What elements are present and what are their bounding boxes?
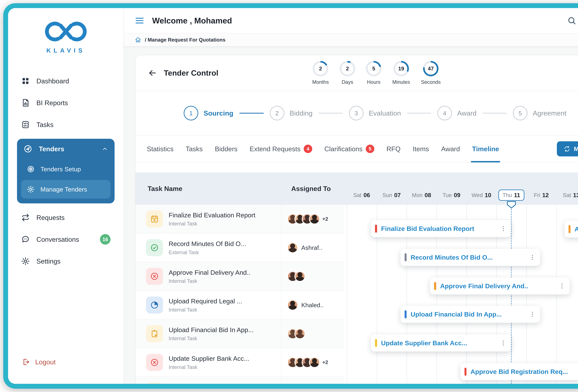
step-sourcing[interactable]: 1 Sourcing	[184, 106, 233, 120]
manage-button[interactable]: Manage	[557, 141, 578, 157]
step-bidding[interactable]: 2 Bidding	[270, 106, 313, 120]
step-evaluation[interactable]: 3 Evaluation	[349, 106, 401, 120]
task-row[interactable]: Upload Financial Bid In App... Internal …	[136, 319, 344, 348]
tab-rfq[interactable]: RFQ	[386, 136, 401, 162]
breadcrumb-path[interactable]: / Manage Request For Quotations	[145, 37, 226, 43]
bar-status-tick	[375, 339, 377, 347]
countdown-value: 47	[425, 63, 437, 75]
gantt-bar-3[interactable]: Approve Final Delivery And..	[430, 277, 570, 294]
bar-menu-icon[interactable]	[558, 282, 566, 290]
task-text: Approve Final Delivery And.. Internal Ta…	[169, 269, 250, 284]
day-header-sat-06: Sat06	[347, 192, 377, 198]
day-header-thu-11: Thu11	[496, 190, 526, 201]
gantt-bar-5[interactable]: Update Supplier Bank Acc...	[371, 335, 511, 352]
report-icon	[21, 98, 30, 107]
task-cell: Finalize Bid Evaluation Report	[136, 377, 281, 389]
avatar	[309, 357, 320, 368]
step-award[interactable]: 4 Award	[437, 106, 477, 120]
tab-label: Extend Requests	[250, 145, 300, 153]
sidebar-item-tenders-setup[interactable]: Tenders Setup	[21, 160, 110, 178]
gantt-bar-4[interactable]: Upload Financial Bid In App...	[401, 306, 540, 323]
main-area: Welcome , Mohamed / Manage Request For Q…	[124, 8, 578, 384]
task-text: Record Minutes Of Bid O... External Task	[169, 240, 246, 255]
task-name: Update Supplier Bank Acc...	[169, 355, 249, 362]
sidebar-item-tenders[interactable]: Tenders	[19, 140, 112, 158]
avatar	[287, 386, 298, 389]
app-root: { "colors": { "frame": "#2cb4ca", "accen…	[0, 0, 578, 392]
task-row[interactable]: Record Minutes Of Bid O... External Task…	[136, 234, 344, 262]
step-connector	[240, 113, 264, 114]
step-number: 2	[270, 106, 284, 120]
tab-timeline[interactable]: Timeline	[472, 136, 499, 162]
gantt-bar-floating[interactable]: Approve Extend...	[565, 221, 578, 237]
countdown-label: Seconds	[421, 79, 441, 85]
back-arrow-icon[interactable]	[148, 68, 157, 78]
bar-menu-icon[interactable]	[529, 311, 536, 318]
day-header-tue-09: Tue09	[436, 192, 466, 198]
task-text: Finalize Bid Evaluation Report Internal …	[169, 211, 255, 227]
day-gridline	[347, 205, 347, 389]
sidebar-group-tenders: Tenders Tenders Setup Manage Tenders	[17, 139, 115, 203]
search-icon[interactable]	[567, 16, 576, 25]
gantt-bar-2[interactable]: Record Minutes Of Bid O...	[401, 249, 540, 266]
tab-clarifications[interactable]: Clarifications 5	[324, 136, 374, 162]
sidebar-item-conversations[interactable]: Conversations 16	[17, 230, 115, 249]
step-label: Bidding	[289, 109, 313, 117]
bar-menu-icon[interactable]	[529, 254, 536, 261]
countdown-value: 19	[395, 63, 407, 75]
tab-bidders[interactable]: Bidders	[215, 136, 238, 162]
task-row[interactable]: Finalize Bid Evaluation Report Internal …	[136, 205, 344, 234]
task-row[interactable]: Update Supplier Bank Acc... Internal Tas…	[136, 348, 344, 377]
sidebar-item-label: Tenders Setup	[41, 165, 81, 173]
sidebar-item-manage-tenders[interactable]: Manage Tenders	[21, 180, 110, 198]
gantt-bar-1[interactable]: Finalize Bid Evaluation Report	[371, 220, 511, 237]
sidebar-item-requests[interactable]: Requests	[17, 208, 115, 227]
sidebar-item-dashboard[interactable]: Dashboard	[17, 72, 115, 90]
bar-menu-icon[interactable]	[500, 225, 507, 232]
sidebar-item-settings[interactable]: Settings	[17, 252, 115, 271]
task-text: Update Supplier Bank Acc... Internal Tas…	[169, 355, 249, 370]
topbar-icons	[567, 16, 578, 25]
countdown-ring: 47	[423, 61, 438, 76]
task-text: Upload Required Legal ... Internal Task	[169, 297, 242, 313]
task-text: Upload Financial Bid In App... Internal …	[169, 326, 254, 341]
sidebar-item-tasks[interactable]: Tasks	[17, 115, 115, 134]
logout-button[interactable]: Logout	[8, 348, 123, 384]
task-row[interactable]: Approve Final Delivery And.. Internal Ta…	[136, 262, 344, 291]
task-rows: Finalize Bid Evaluation Report Internal …	[136, 205, 344, 389]
target-icon	[27, 165, 35, 173]
sync-icon	[564, 146, 570, 152]
assigned-cell: Khaled..	[281, 291, 344, 319]
tab-award[interactable]: Award	[441, 136, 460, 162]
tab-tasks[interactable]: Tasks	[186, 136, 203, 162]
assignee-name: Khaled..	[301, 302, 324, 309]
step-label: Sourcing	[204, 109, 233, 117]
step-agreement[interactable]: 5 Agreement	[513, 106, 567, 120]
task-icon-box	[146, 239, 163, 256]
countdown: 2 Months 2 Days 5 Hours 19 Minutes 47 Se…	[312, 61, 441, 85]
task-row[interactable]: Finalize Bid Evaluation Report	[136, 377, 344, 389]
tab-items[interactable]: Items	[413, 136, 429, 162]
tender-control-card: Tender Control 2 Months 2 Days 5 Hours 1…	[135, 55, 578, 389]
home-icon[interactable]	[135, 37, 141, 43]
assigned-cell: +2	[281, 348, 344, 377]
assigned-cell: +2	[281, 205, 344, 233]
task-name: Finalize Bid Evaluation Report	[169, 211, 255, 219]
bar-label: Upload Financial Bid In App...	[411, 311, 502, 318]
bar-menu-icon[interactable]	[500, 339, 507, 347]
tab-statistics[interactable]: Statistics	[147, 136, 174, 162]
hamburger-menu-icon[interactable]	[134, 15, 145, 26]
tab-label: Items	[413, 145, 429, 153]
countdown-value: 5	[368, 63, 380, 75]
day-header-sun-07: Sun07	[377, 192, 407, 198]
task-row[interactable]: Upload Required Legal ... Internal Task …	[136, 291, 344, 320]
step-number: 5	[513, 106, 528, 120]
assignee-name: Ashraf..	[301, 244, 322, 251]
assigned-cell	[281, 377, 344, 389]
tab-extend-requests[interactable]: Extend Requests 4	[250, 136, 312, 162]
gantt-bar-6[interactable]: Approve Bid Registration Req...	[460, 363, 578, 380]
sidebar-item-label: Manage Tenders	[41, 186, 87, 193]
assigned-cell	[281, 262, 344, 291]
tab-label: Bidders	[215, 145, 238, 153]
sidebar-item-bi-reports[interactable]: BI Reports	[17, 93, 115, 112]
